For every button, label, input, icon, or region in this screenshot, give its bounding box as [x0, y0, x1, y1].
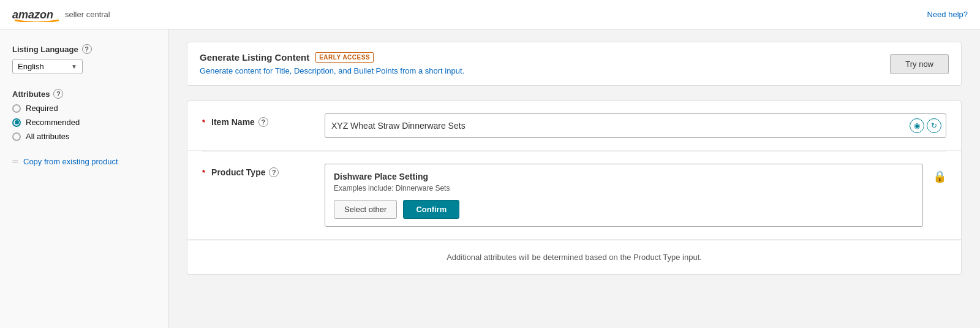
- selected-language: English: [18, 62, 44, 71]
- product-type-row: * Product Type ? Dishware Place Setting …: [187, 151, 961, 240]
- radio-circle-all: [12, 132, 21, 141]
- radio-required-label: Required: [26, 104, 58, 113]
- banner-left: Generate Listing Content EARLY ACCESS Ge…: [200, 52, 464, 75]
- attributes-radio-group: Required Recommended All attributes: [12, 104, 156, 141]
- product-type-box: Dishware Place Setting Examples include:…: [325, 164, 923, 227]
- copy-from-label: Copy from existing product: [23, 157, 118, 166]
- chevron-down-icon: ▼: [71, 63, 77, 70]
- radio-recommended[interactable]: Recommended: [12, 118, 156, 127]
- svg-text:amazon: amazon: [12, 9, 53, 21]
- generate-listing-title: Generate Listing Content: [200, 52, 309, 63]
- item-name-input[interactable]: [325, 113, 946, 138]
- required-star: *: [202, 118, 205, 127]
- radio-circle-required: [12, 104, 21, 113]
- banner-desc-suffix: from a short input.: [398, 66, 464, 75]
- amazon-logo: amazon: [12, 7, 61, 22]
- banner-description: Generate content for Title, Description,…: [200, 66, 464, 75]
- lock-icon: 🔒: [933, 170, 946, 183]
- logo: amazon seller central: [12, 7, 110, 22]
- radio-recommended-label: Recommended: [26, 118, 80, 127]
- radio-all-attributes[interactable]: All attributes: [12, 132, 156, 141]
- attributes-help-icon[interactable]: ?: [53, 89, 63, 99]
- listing-language-section: Listing Language ? English ▼: [12, 44, 156, 74]
- product-type-help-icon[interactable]: ?: [269, 167, 279, 177]
- product-type-label: * Product Type ?: [202, 167, 325, 177]
- listing-language-help-icon[interactable]: ?: [82, 44, 92, 54]
- banner-desc-links: Title, Description, and Bullet Points: [275, 66, 398, 75]
- try-now-button[interactable]: Try now: [890, 54, 949, 74]
- listing-form: * Item Name ? ◉ ↻: [187, 101, 962, 275]
- copy-icon: ⎓: [12, 156, 18, 167]
- item-name-row: * Item Name ? ◉ ↻: [187, 101, 961, 151]
- item-name-wrapper: ◉ ↻: [325, 113, 946, 138]
- banner-title: Generate Listing Content EARLY ACCESS: [200, 52, 464, 63]
- ai-suggest-icon[interactable]: ↻: [927, 118, 941, 133]
- need-help-link[interactable]: Need help?: [927, 10, 968, 19]
- attributes-section: Attributes ? Required Recommended All at…: [12, 89, 156, 141]
- language-dropdown[interactable]: English ▼: [12, 59, 83, 74]
- listing-language-label: Listing Language ?: [12, 44, 156, 54]
- main-layout: Listing Language ? English ▼ Attributes …: [0, 29, 980, 328]
- generate-listing-banner: Generate Listing Content EARLY ACCESS Ge…: [187, 42, 962, 86]
- early-access-badge: EARLY ACCESS: [315, 52, 374, 63]
- item-name-label-col: * Item Name ?: [202, 113, 325, 127]
- select-other-button[interactable]: Select other: [334, 200, 397, 219]
- input-icons: ◉ ↻: [910, 118, 941, 133]
- banner-desc-prefix: Generate content for: [200, 66, 275, 75]
- attributes-label: Attributes ?: [12, 89, 156, 99]
- item-name-label: * Item Name ?: [202, 117, 325, 127]
- item-name-help-icon[interactable]: ?: [258, 117, 268, 127]
- radio-circle-recommended: [12, 118, 21, 127]
- seller-central-label: seller central: [65, 10, 110, 19]
- product-type-row-inner: Dishware Place Setting Examples include:…: [325, 164, 946, 227]
- product-type-actions: Select other Confirm: [334, 200, 914, 219]
- confirm-button[interactable]: Confirm: [403, 200, 459, 219]
- top-navigation: amazon seller central Need help?: [0, 0, 980, 29]
- product-type-examples: Examples include: Dinnerware Sets: [334, 184, 914, 193]
- radio-all-label: All attributes: [26, 132, 70, 141]
- required-star-pt: *: [202, 168, 205, 177]
- additional-notice: Additional attributes will be determined…: [187, 240, 961, 274]
- product-type-label-col: * Product Type ?: [202, 164, 325, 177]
- main-content: Generate Listing Content EARLY ACCESS Ge…: [168, 29, 980, 328]
- item-name-input-col: ◉ ↻: [325, 113, 946, 138]
- product-type-input-col: Dishware Place Setting Examples include:…: [325, 164, 946, 227]
- sidebar: Listing Language ? English ▼ Attributes …: [0, 29, 168, 328]
- radio-required[interactable]: Required: [12, 104, 156, 113]
- copy-from-existing[interactable]: ⎓ Copy from existing product: [12, 156, 156, 167]
- product-type-name: Dishware Place Setting: [334, 172, 914, 181]
- grammarly-icon[interactable]: ◉: [910, 118, 924, 133]
